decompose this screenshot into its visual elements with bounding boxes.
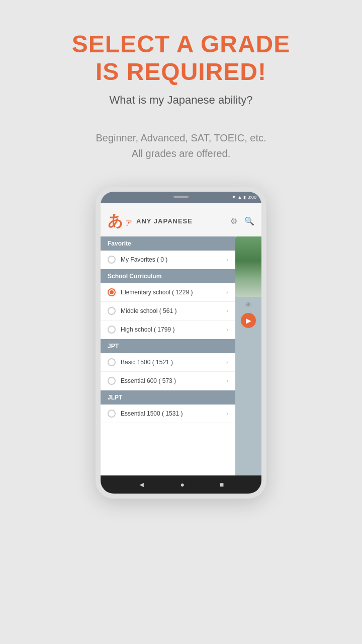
divider — [40, 119, 322, 119]
list-item-essential600[interactable]: Essential 600 ( 573 ) › — [101, 372, 235, 390]
chevron-essential600: › — [226, 377, 228, 384]
battery-icon: ▮ — [243, 195, 246, 200]
list-item-my-favorites[interactable]: My Favorites ( 0 ) › — [101, 251, 235, 269]
eye-icon[interactable]: 👁 — [245, 301, 252, 309]
phone-mockup: ▼ ▲ ▮ 3:00 あ ア ANY JAPANESE ⚙ 🔍 Favorite… — [96, 187, 266, 499]
radio-middle — [108, 307, 116, 315]
radio-essential1500 — [108, 410, 116, 418]
back-button[interactable]: ◄ — [138, 480, 145, 489]
list-item-label: Elementary school ( 1229 ) — [121, 289, 221, 296]
list-item-label: High school ( 1799 ) — [121, 326, 221, 333]
menu-list: Favorite My Favorites ( 0 ) › School Cur… — [101, 236, 235, 475]
signal-icon: ▼ — [232, 195, 236, 200]
list-item-basic1500[interactable]: Basic 1500 ( 1521 ) › — [101, 353, 235, 372]
radio-basic1500 — [108, 358, 116, 366]
list-item-label: Essential 600 ( 573 ) — [121, 377, 221, 384]
section-header-favorite: Favorite — [101, 236, 235, 251]
section-header-jlpt: JLPT — [101, 390, 235, 405]
app-name-label: ANY JAPANESE — [136, 217, 193, 225]
thumbnail-image — [235, 236, 261, 297]
page-description: Beginner, Advanced, SAT, TOEIC, etc. All… — [96, 130, 266, 162]
page-subtitle: What is my Japanese ability? — [110, 94, 253, 107]
list-item-label: Middle school ( 561 ) — [121, 307, 221, 314]
page-title: SELECT A GRADE IS REQUIRED! — [72, 30, 290, 86]
gear-icon[interactable]: ⚙ — [230, 216, 237, 226]
section-header-school: School Curriculum — [101, 269, 235, 283]
list-item-label: My Favorites ( 0 ) — [121, 256, 221, 263]
logo-char-big: あ — [108, 211, 123, 231]
radio-essential600 — [108, 377, 116, 385]
list-item-elementary[interactable]: Elementary school ( 1229 ) › — [101, 283, 235, 302]
list-item-essential1500[interactable]: Essential 1500 ( 1531 ) › — [101, 405, 235, 423]
chevron-my-favorites: › — [226, 256, 228, 263]
wifi-icon: ▲ — [238, 195, 242, 200]
recent-button[interactable]: ■ — [220, 480, 224, 489]
chevron-elementary: › — [226, 289, 228, 296]
phone-bottom-nav: ◄ ● ■ — [101, 475, 261, 494]
app-header: あ ア ANY JAPANESE ⚙ 🔍 — [101, 203, 261, 236]
chevron-high: › — [226, 326, 228, 333]
status-bar: ▼ ▲ ▮ 3:00 — [101, 192, 261, 203]
home-button[interactable]: ● — [180, 480, 184, 489]
section-header-jpt: JPT — [101, 339, 235, 353]
chevron-essential1500: › — [226, 410, 228, 417]
list-item-high[interactable]: High school ( 1799 ) › — [101, 320, 235, 339]
logo-char-small: ア — [125, 219, 132, 228]
search-icon[interactable]: 🔍 — [244, 216, 254, 226]
chevron-middle: › — [226, 307, 228, 314]
list-item-label: Basic 1500 ( 1521 ) — [121, 359, 221, 366]
radio-my-favorites — [108, 256, 116, 264]
radio-high — [108, 326, 116, 334]
app-logo: あ ア — [108, 211, 132, 231]
right-thumbnail-panel: 👁 ▶ — [235, 236, 261, 475]
list-item-label: Essential 1500 ( 1531 ) — [121, 410, 221, 417]
time-display: 3:00 — [247, 195, 256, 200]
list-item-middle[interactable]: Middle school ( 561 ) › — [101, 302, 235, 320]
forward-button[interactable]: ▶ — [241, 313, 256, 328]
chevron-basic1500: › — [226, 359, 228, 366]
phone-content-area: Favorite My Favorites ( 0 ) › School Cur… — [101, 236, 261, 475]
radio-elementary — [108, 288, 116, 296]
